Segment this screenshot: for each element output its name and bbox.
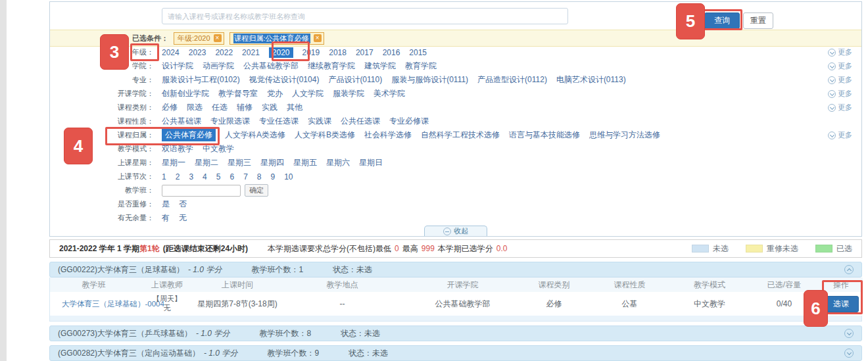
filter-option[interactable]: 2015 (409, 48, 427, 57)
filter-option[interactable]: 美术学院 (374, 88, 405, 99)
more-link[interactable]: 更多 (828, 47, 852, 57)
filter-row: 教学模式：双语教学中文教学 (50, 142, 861, 156)
more-link[interactable]: 更多 (828, 89, 852, 99)
filter-option[interactable]: 任选 (212, 102, 228, 113)
class-number-input[interactable] (162, 185, 241, 197)
condition-tag-close-icon[interactable]: × (214, 34, 222, 42)
filter-option[interactable]: 5 (216, 172, 221, 181)
more-link[interactable]: 更多 (828, 75, 852, 85)
filter-option[interactable]: 无 (179, 212, 187, 224)
filter-option[interactable]: 语言与基本技能选修 (509, 130, 580, 141)
filter-option[interactable]: 设计学院 (162, 60, 193, 72)
filter-row: 开课学院：创新创业学院教学督导室党办人文学院服装学院美术学院更多 (50, 87, 861, 101)
filter-option[interactable]: 中文教学 (203, 143, 234, 155)
filter-option[interactable]: 社会科学选修 (364, 130, 412, 141)
filter-option[interactable]: 视觉传达设计(0104) (249, 74, 320, 85)
search-input[interactable] (162, 8, 568, 24)
chevron-down-circle-icon (828, 132, 836, 139)
table-column-header: 课程类别 (519, 277, 589, 292)
filter-option[interactable]: 创新创业学院 (162, 88, 209, 99)
filter-option[interactable]: 2016 (383, 48, 400, 57)
filter-option[interactable]: 10 (284, 172, 293, 181)
filter-option[interactable]: 8 (257, 172, 262, 181)
filter-option[interactable]: 专业限选课 (210, 116, 250, 127)
collapse-section-icon[interactable] (844, 265, 854, 274)
filter-option[interactable]: 辅修 (237, 102, 253, 113)
filter-option[interactable]: 思维与学习方法选修 (589, 130, 660, 141)
filter-option[interactable]: 3 (189, 172, 193, 181)
filter-option[interactable]: 2022 (215, 48, 233, 57)
reset-button[interactable]: 重置 (743, 12, 773, 29)
condition-tag-close-icon[interactable]: × (314, 34, 322, 42)
filter-option[interactable]: 公共基础课 (162, 116, 201, 127)
filter-option[interactable]: 继续教育学院 (308, 60, 355, 72)
filter-option[interactable]: 服装学院 (333, 88, 364, 99)
class-name-link[interactable]: 大学体育三（足球基础）-0004 (62, 300, 164, 308)
collapse-tab[interactable]: 收起 (424, 226, 487, 236)
filter-option[interactable]: 人文学科A类选修 (225, 130, 285, 141)
filter-option[interactable]: 2019 (302, 48, 320, 57)
filter-option[interactable]: 服装与服饰设计(0111) (391, 74, 468, 85)
filter-option[interactable]: 电脑艺术设计(0113) (556, 74, 626, 85)
course-header[interactable]: (GG00273)大学体育三（乒乓球基础）- 1.0 学分教学班个数：8状态：未… (49, 325, 862, 341)
filter-option[interactable]: 实践 (262, 102, 277, 113)
filter-option[interactable]: 星期一 (162, 157, 185, 168)
filter-option[interactable]: 2020 (269, 47, 293, 58)
filter-row: 有无余量：有无 (50, 211, 861, 225)
query-button[interactable]: 查询 (704, 12, 740, 29)
filter-option[interactable]: 建筑学院 (364, 60, 396, 72)
more-link[interactable]: 更多 (828, 130, 852, 140)
filter-option[interactable]: 党办 (267, 88, 283, 99)
select-course-button[interactable]: 选课 (823, 296, 859, 312)
filter-option[interactable]: 是 (162, 199, 170, 210)
filter-option[interactable]: 人文学院 (292, 88, 324, 99)
filter-option[interactable]: 2024 (162, 48, 180, 57)
filter-option[interactable]: 必修 (162, 102, 178, 113)
filter-option[interactable]: 否 (179, 199, 187, 210)
filter-option[interactable]: 星期三 (228, 157, 251, 168)
filter-option[interactable]: 2018 (329, 48, 347, 57)
more-link[interactable]: 更多 (828, 103, 852, 112)
filter-option[interactable]: 1 (162, 172, 166, 181)
filter-option[interactable]: 公共体育必修 (162, 129, 216, 141)
filter-option[interactable]: 自然科学工程技术选修 (421, 130, 500, 141)
filter-option[interactable]: 6 (229, 172, 234, 181)
course-header[interactable]: (GG00282)大学体育三（定向运动基础）- 1.0 学分教学班个数：9状态：… (49, 345, 862, 361)
filter-option[interactable]: 专业必修课 (389, 116, 429, 127)
more-link[interactable]: 更多 (828, 61, 852, 71)
course-header[interactable]: (GG00222)大学体育三（足球基础）- 1.0 学分教学班个数：1状态：未选 (49, 262, 862, 277)
filter-option[interactable]: 2023 (189, 48, 206, 57)
filter-option[interactable]: 产品造型设计(0112) (477, 74, 547, 85)
filter-option[interactable]: 2 (176, 172, 180, 181)
filter-option[interactable]: 星期日 (359, 157, 383, 168)
confirm-button[interactable]: 确定 (245, 184, 268, 197)
filter-option[interactable]: 星期四 (260, 157, 284, 168)
filter-option[interactable]: 9 (271, 172, 276, 181)
filter-option[interactable]: 实践课 (308, 116, 331, 127)
filter-option[interactable]: 2021 (242, 48, 260, 57)
filter-option[interactable]: 产品设计(0110) (328, 74, 382, 85)
filter-option[interactable]: 有 (162, 212, 170, 224)
condition-tag[interactable]: 课程归属:公共体育必修× (229, 32, 324, 45)
filter-option[interactable]: 限选 (187, 102, 203, 113)
filter-option[interactable]: 星期六 (326, 157, 350, 168)
filter-option[interactable]: 星期二 (195, 157, 218, 168)
legend-label: 已选 (836, 243, 852, 254)
filter-option[interactable]: 星期五 (293, 157, 317, 168)
filter-option[interactable]: 教学督导室 (218, 88, 258, 99)
filter-option[interactable]: 双语教学 (162, 143, 193, 155)
filter-option[interactable]: 教育学院 (405, 60, 437, 72)
expand-section-icon[interactable] (844, 329, 854, 338)
filter-option[interactable]: 专业任选课 (259, 116, 299, 127)
filter-option[interactable]: 人文学科B类选修 (295, 130, 355, 141)
filter-option[interactable]: 公共任选课 (341, 116, 380, 127)
filter-option[interactable]: 2017 (356, 48, 374, 57)
filter-option[interactable]: 7 (243, 172, 248, 181)
filter-option[interactable]: 动画学院 (203, 60, 234, 72)
filter-option[interactable]: 其他 (287, 102, 302, 113)
expand-section-icon[interactable] (844, 349, 854, 358)
filter-option[interactable]: 服装设计与工程(0102) (162, 74, 240, 85)
condition-tag[interactable]: 年级:2020× (174, 32, 224, 45)
filter-option[interactable]: 4 (203, 172, 207, 181)
filter-option[interactable]: 公共基础教学部 (243, 60, 299, 72)
